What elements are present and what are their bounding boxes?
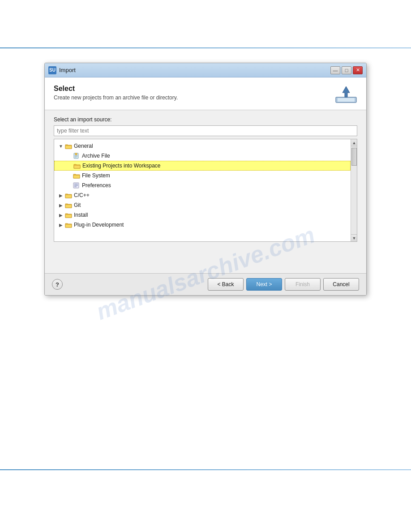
tree-container: ▼ General bbox=[54, 139, 357, 242]
toggle-cpp[interactable]: ▶ bbox=[58, 192, 64, 198]
folder-icon-filesystem bbox=[73, 172, 80, 179]
file-icon-archive bbox=[73, 153, 80, 159]
tree-label-archive-file: Archive File bbox=[82, 153, 110, 159]
tree-item-existing-projects[interactable]: Existing Projects into Workspace bbox=[54, 161, 351, 171]
toggle-git[interactable]: ▶ bbox=[58, 202, 64, 208]
minimize-button[interactable]: — bbox=[330, 66, 340, 74]
tree-scrollbar[interactable]: ▲ ▼ bbox=[351, 139, 357, 241]
title-bar-controls: — □ ✕ bbox=[330, 66, 363, 74]
tree-item-install[interactable]: ▶ Install bbox=[54, 210, 351, 220]
help-button[interactable]: ? bbox=[52, 279, 63, 290]
tree-label-git: Git bbox=[74, 202, 81, 208]
svg-rect-4 bbox=[75, 153, 77, 155]
tree-label-cpp: C/C++ bbox=[74, 192, 90, 198]
tree-item-archive-file[interactable]: Archive File bbox=[54, 151, 351, 161]
title-bar: SU Import — □ ✕ bbox=[45, 63, 366, 77]
header-import-icon bbox=[335, 85, 357, 103]
scrollbar-thumb[interactable] bbox=[351, 148, 357, 166]
folder-icon-install bbox=[65, 212, 72, 218]
tree-item-git[interactable]: ▶ Git bbox=[54, 200, 351, 210]
folder-icon-general bbox=[65, 143, 72, 149]
tree-item-general[interactable]: ▼ General bbox=[54, 141, 351, 151]
tree-label-general: General bbox=[74, 143, 93, 149]
folder-icon-plugin bbox=[65, 222, 72, 228]
svg-rect-1 bbox=[338, 98, 355, 102]
dialog-header: Select Create new projects from an archi… bbox=[45, 77, 366, 110]
header-title: Select bbox=[54, 85, 178, 93]
bottom-rule bbox=[0, 469, 411, 470]
toggle-general[interactable]: ▼ bbox=[58, 143, 64, 149]
svg-marker-2 bbox=[342, 86, 350, 97]
folder-icon-cpp bbox=[65, 192, 72, 198]
prefs-icon bbox=[73, 182, 80, 189]
scrollbar-track[interactable] bbox=[351, 146, 357, 234]
dialog-body: Select an import source: ▼ bbox=[45, 110, 366, 273]
maximize-button[interactable]: □ bbox=[342, 66, 351, 74]
filter-input[interactable] bbox=[54, 125, 357, 136]
tree-item-file-system[interactable]: File System bbox=[54, 171, 351, 180]
back-button[interactable]: < Back bbox=[208, 278, 244, 291]
folder-icon-existing bbox=[73, 163, 81, 169]
toggle-preferences bbox=[66, 182, 72, 189]
header-subtitle: Create new projects from an archive file… bbox=[54, 94, 178, 101]
toggle-filesystem bbox=[66, 172, 72, 179]
tree-label-file-system: File System bbox=[82, 172, 110, 179]
dialog-title: Import bbox=[59, 67, 330, 73]
tree-label-install: Install bbox=[74, 212, 88, 218]
empty-space bbox=[54, 242, 357, 264]
tree-label-preferences: Preferences bbox=[82, 182, 111, 189]
toggle-archive bbox=[66, 153, 72, 159]
import-dialog: SU Import — □ ✕ Select Create new projec… bbox=[44, 63, 367, 296]
section-label: Select an import source: bbox=[54, 116, 357, 123]
toggle-install[interactable]: ▶ bbox=[58, 212, 64, 218]
dialog-app-icon: SU bbox=[48, 66, 56, 74]
toggle-plugin[interactable]: ▶ bbox=[58, 222, 64, 228]
cancel-button[interactable]: Cancel bbox=[323, 278, 359, 291]
next-button[interactable]: Next > bbox=[246, 278, 282, 291]
tree-label-existing-projects: Existing Projects into Workspace bbox=[82, 163, 161, 169]
tree-item-cpp[interactable]: ▶ C/C++ bbox=[54, 190, 351, 200]
close-button[interactable]: ✕ bbox=[353, 66, 363, 74]
tree-scroll-area: ▼ General bbox=[54, 139, 351, 241]
scrollbar-down-arrow[interactable]: ▼ bbox=[351, 234, 357, 241]
header-left: Select Create new projects from an archi… bbox=[54, 85, 178, 101]
tree-label-plugin: Plug-in Development bbox=[74, 222, 124, 228]
button-bar: ? < Back Next > Finish Cancel bbox=[45, 273, 366, 295]
scrollbar-up-arrow[interactable]: ▲ bbox=[351, 139, 357, 146]
toggle-existing bbox=[66, 163, 73, 169]
tree-item-preferences[interactable]: Preferences bbox=[54, 180, 351, 190]
finish-button[interactable]: Finish bbox=[285, 278, 321, 291]
top-rule bbox=[0, 47, 411, 48]
folder-icon-git bbox=[65, 202, 72, 208]
tree-item-plugin[interactable]: ▶ Plug-in Development bbox=[54, 220, 351, 230]
